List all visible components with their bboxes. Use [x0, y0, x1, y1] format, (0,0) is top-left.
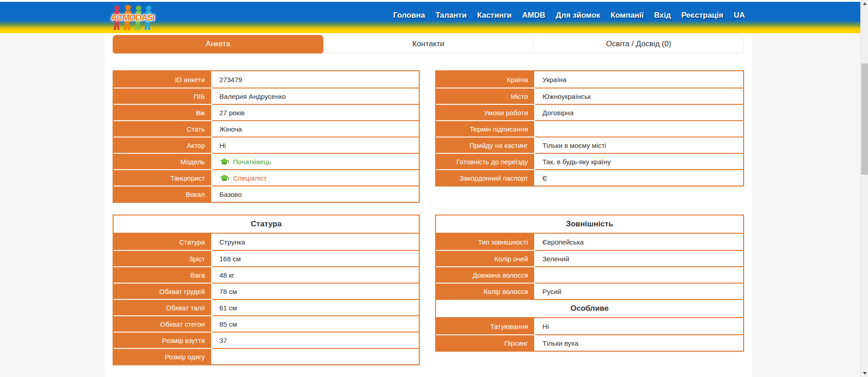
row-label: Колір очей [436, 250, 534, 266]
row-value: Є [534, 169, 743, 186]
row-value [534, 266, 743, 283]
table-row: Пірсинг Тільки вуха [436, 334, 743, 351]
table-row: Татуювання Ні [436, 318, 743, 334]
site-logo[interactable]: ACMODASI [110, 2, 155, 33]
scrollbar-thumb[interactable] [861, 64, 868, 175]
row-value: Русий [534, 283, 743, 299]
table-row: ID анкети 273479 [114, 71, 419, 88]
row-value: Валерия Андрусенко [211, 88, 419, 104]
scrollbar-up-arrow-icon[interactable] [861, 0, 868, 7]
table-row: Стать Жіноча [114, 120, 419, 137]
row-value: 37 [211, 332, 419, 348]
row-label: Вага [114, 266, 211, 283]
nav-item-companies[interactable]: Компанії [610, 11, 644, 20]
table-row: Умови роботи Договірна [436, 104, 743, 120]
row-label: Зріст [114, 250, 211, 266]
skill-level-link[interactable]: Спеціаліст [233, 174, 267, 182]
table-row: Статура Струнка [114, 234, 419, 250]
table-row: Вік 27 років [114, 104, 419, 120]
profile-table: ID анкети 273479 ПІБ Валерия Андрусенко … [113, 70, 420, 203]
row-value: Україна [534, 71, 743, 88]
row-label: Татуювання [436, 318, 534, 334]
table-subtitle: Особливе [436, 299, 743, 318]
row-value: Початківець [211, 153, 419, 169]
row-value [211, 348, 419, 364]
row-label: Тип зовнішності [436, 234, 534, 250]
table-row: Модель Початківець [114, 153, 419, 169]
scrollbar-down-arrow-icon[interactable] [861, 370, 868, 377]
graduation-cap-icon [219, 158, 229, 166]
nav-item-for-shoots[interactable]: Для зйомок [556, 11, 600, 20]
appearance-table: Зовнішність Тип зовнішності Європейська … [435, 215, 744, 352]
table-row: ПІБ Валерия Андрусенко [114, 88, 419, 104]
logo-text: ACMODASI [111, 13, 154, 23]
scrollbar[interactable] [860, 0, 868, 377]
table-row: Довжина волосся [436, 266, 743, 283]
row-value: Тільки в моєму місті [534, 137, 743, 153]
row-label: Країна [436, 71, 534, 88]
row-label: Обхват грудей [114, 283, 211, 299]
nav-item-login[interactable]: Вхід [654, 11, 671, 20]
table-row: Обхват стегон 85 см [114, 315, 419, 332]
row-label: Обхват стегон [114, 315, 211, 332]
row-label: Розмір взуття [114, 332, 211, 348]
row-value: 61 см [211, 299, 419, 315]
tab-education-experience[interactable]: Освіта / Досвід (0) [534, 35, 744, 54]
nav-item-talents[interactable]: Таланти [436, 11, 467, 20]
row-label: Стать [114, 120, 211, 137]
tab-contacts[interactable]: Контакти [323, 35, 534, 54]
row-label: Обхват талії [114, 299, 211, 315]
row-value: Ні [211, 137, 419, 153]
location-table: Країна Україна Місто Южноукраїнськ Умови… [435, 70, 744, 186]
row-label: Термін підписання [436, 120, 534, 137]
row-value: 78 см [211, 283, 419, 299]
nav-item-amdb[interactable]: AMDB [522, 11, 545, 20]
row-label: Довжина волосся [436, 266, 534, 283]
table-row: Термін підписання [436, 120, 743, 137]
row-value: Тільки вуха [534, 334, 743, 351]
row-label: Прийду на кастинг [436, 137, 534, 153]
row-value: 48 кг [211, 266, 419, 283]
row-label: ID анкети [114, 71, 211, 88]
table-row: Вага 48 кг [114, 266, 419, 283]
graduation-cap-icon [219, 174, 229, 182]
skill-level-link[interactable]: Початківець [233, 158, 271, 166]
tables-grid: ID анкети 273479 ПІБ Валерия Андрусенко … [113, 70, 744, 365]
row-label: Статура [114, 234, 211, 250]
table-row: Колір волосся Русий [436, 283, 743, 299]
row-label: Танцюрист [114, 169, 211, 186]
table-row: Розмір взуття 37 [114, 332, 419, 348]
row-value: 168 см [211, 250, 419, 266]
table-row: Закордонний паспорт Є [436, 169, 743, 186]
table-row: Актор Ні [114, 137, 419, 153]
table-row: Місто Южноукраїнськ [436, 88, 743, 104]
table-row: Розмір одягу [114, 348, 419, 364]
row-value: 27 років [211, 104, 419, 120]
table-title: Статура [114, 215, 419, 234]
row-label: Розмір одягу [114, 348, 211, 364]
nav-item-register[interactable]: Реєстрація [681, 11, 723, 20]
row-value: Спеціаліст [211, 169, 419, 186]
table-row: Зріст 168 см [114, 250, 419, 266]
nav-item-home[interactable]: Головна [393, 11, 425, 20]
table-row: Танцюрист Спеціаліст [114, 169, 419, 186]
row-label: Умови роботи [436, 104, 534, 120]
nav-item-language[interactable]: UA [734, 11, 745, 20]
row-value [534, 120, 743, 137]
row-label: Готовність до переїзду [436, 153, 534, 169]
row-label: Закордонний паспорт [436, 169, 534, 186]
row-label: Місто [436, 88, 534, 104]
row-label: ПІБ [114, 88, 211, 104]
row-value: Так, в будь-яку країну [534, 153, 743, 169]
table-row: Вокал Базово [114, 186, 419, 202]
row-label: Вокал [114, 186, 211, 202]
row-label: Модель [114, 153, 211, 169]
row-value: Струнка [211, 234, 419, 250]
row-value: Жіноча [211, 120, 419, 137]
table-row: Колір очей Зелений [436, 250, 743, 266]
row-value: 273479 [211, 71, 419, 88]
row-value: Зелений [534, 250, 743, 266]
main-nav: Головна Таланти Кастинги AMDB Для зйомок… [393, 11, 745, 20]
nav-item-castings[interactable]: Кастинги [477, 11, 511, 20]
tab-anketa[interactable]: Анкета [113, 35, 323, 54]
